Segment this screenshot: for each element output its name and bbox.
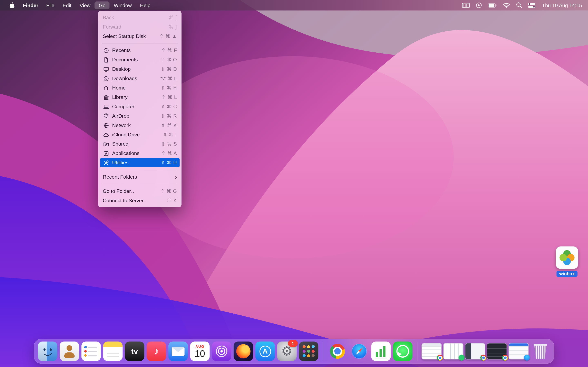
menu-item-label: Utilities [112,160,129,166]
menu-item-shortcut: ⇧ ⌘ F [162,48,177,53]
menu-file[interactable]: File [42,1,58,9]
menu-item-shortcut: ⇧ ⌘ A [162,150,177,156]
menu-item-shortcut: ⇧ ⌘ D [161,66,177,72]
tv-logo-text: tv [131,347,138,356]
menu-item-label: Downloads [112,76,137,81]
mail-dock-icon [168,342,188,361]
trash-dock-icon [531,342,550,361]
menu-item-label: Back [103,15,114,20]
dock-window-4[interactable] [487,343,507,359]
menu-item-icloud-drive[interactable]: iCloud Drive⇧ ⌘ I [98,130,182,139]
desktop-icon-winbox[interactable]: winbox [554,247,580,277]
app-menu-finder[interactable]: Finder [19,1,42,9]
menu-item-label: Computer [112,104,134,109]
menu-item-computer[interactable]: Computer⇧ ⌘ C [98,102,182,111]
battery-icon[interactable] [488,2,497,8]
dock-reminders[interactable] [81,342,101,361]
menu-go[interactable]: Go [95,1,109,9]
wifi-icon[interactable] [503,3,510,8]
dock-chrome[interactable] [328,342,347,361]
menu-item-library[interactable]: Library⇧ ⌘ L [98,92,182,102]
dock-firefox[interactable] [233,342,253,361]
dock-contacts[interactable] [60,342,79,361]
dock-separator [417,342,417,361]
icloud-icon [103,132,109,138]
reminders-dock-icon [81,342,101,361]
window-thumbnail [422,343,441,359]
dock-music[interactable] [147,342,166,361]
menu-item-forward: Forward⌘ ] [98,22,182,31]
keyboard-icon[interactable] [462,2,470,8]
menu-help[interactable]: Help [136,1,155,9]
podcasts-dock-icon [212,342,232,361]
apple-menu[interactable] [8,1,16,9]
menu-item-shortcut: ⇧ ⌘ G [161,188,177,194]
menu-item-recent-folders[interactable]: Recent Folders [98,172,182,182]
window-thumbnail [444,343,463,359]
appletv-dock-icon: tv [125,342,145,361]
menu-separator [102,43,178,43]
menu-item-go-to-folder[interactable]: Go to Folder…⇧ ⌘ G [98,187,182,196]
dock-trash[interactable] [531,342,550,361]
music-dock-icon [147,342,166,361]
home-icon [103,85,109,91]
dock-window-2[interactable] [444,343,463,359]
appstore-dock-icon [255,342,275,361]
play-icon[interactable] [476,2,482,8]
menu-view[interactable]: View [76,1,95,9]
menu-item-home[interactable]: Home⇧ ⌘ H [98,83,182,92]
menu-edit[interactable]: Edit [59,1,76,9]
menu-bar-menus: FileEditViewGoWindowHelp [42,1,155,9]
desktop-icon-label: winbox [557,271,577,277]
menu-item-documents[interactable]: Documents⇧ ⌘ O [98,55,182,64]
menu-item-label: Documents [112,57,138,63]
download-icon [103,75,109,81]
menu-separator [102,170,178,170]
dock-appletv[interactable]: tv [125,342,145,361]
dock-podcasts[interactable] [212,342,232,361]
menu-item-label: Applications [112,150,139,156]
calendar-day-text: 10 [195,349,205,359]
winbox-clover-icon [556,247,578,269]
menu-item-airdrop[interactable]: AirDrop⇧ ⌘ R [98,111,182,121]
menu-item-network[interactable]: Network⇧ ⌘ K [98,120,182,130]
applications-icon [103,150,109,156]
menu-item-downloads[interactable]: Downloads⌥ ⌘ L [98,74,182,83]
dock-window-1[interactable] [422,343,441,359]
menu-item-label: AirDrop [112,113,129,119]
menu-item-select-startup-disk[interactable]: Select Startup Disk⇧ ⌘ ▲ [98,31,182,41]
dock-finder[interactable] [38,342,58,361]
menu-item-utilities[interactable]: Utilities⇧ ⌘ U [100,158,180,167]
dock-calendar[interactable]: AUG10 [190,342,210,361]
dock-notes[interactable] [103,342,123,361]
calendar-month-text: AUG [195,345,204,349]
menu-item-applications[interactable]: Applications⇧ ⌘ A [98,149,182,158]
menu-item-desktop[interactable]: Desktop⇧ ⌘ D [98,64,182,74]
dock-mail[interactable] [168,342,188,361]
dock-chart[interactable] [371,342,391,361]
menu-window[interactable]: Window [110,1,136,9]
menu-item-shared[interactable]: Shared⇧ ⌘ S [98,139,182,149]
dock-appstore[interactable] [255,342,275,361]
dock-window-5[interactable] [509,343,528,359]
document-icon [103,57,109,63]
contacts-dock-icon [60,342,79,361]
menu-item-shortcut: ⇧ ⌘ C [161,104,177,109]
menu-item-label: Home [112,85,126,91]
safari-dock-icon [350,342,369,361]
menu-item-back: Back⌘ [ [98,13,182,22]
menu-item-recents[interactable]: Recents⇧ ⌘ F [98,46,182,55]
go-menu: Back⌘ [Forward⌘ ]Select Startup Disk⇧ ⌘ … [98,11,182,207]
apple-icon [9,2,15,8]
control-center-icon[interactable] [528,2,536,8]
menu-item-connect-to-server[interactable]: Connect to Server…⌘ K [98,196,182,205]
dock-window-3[interactable] [465,343,485,359]
spotlight-icon[interactable] [516,2,522,8]
dock-whatsapp[interactable] [393,342,413,361]
dock-safari[interactable] [350,342,369,361]
menu-bar-clock[interactable]: Thu 10 Aug 14:15 [542,2,582,8]
dock-settings[interactable]: 1 [277,342,297,361]
dock-launchpad[interactable] [299,342,319,361]
menu-item-shortcut: ⌥ ⌘ L [160,76,177,81]
firefox-dock-icon [233,342,253,361]
